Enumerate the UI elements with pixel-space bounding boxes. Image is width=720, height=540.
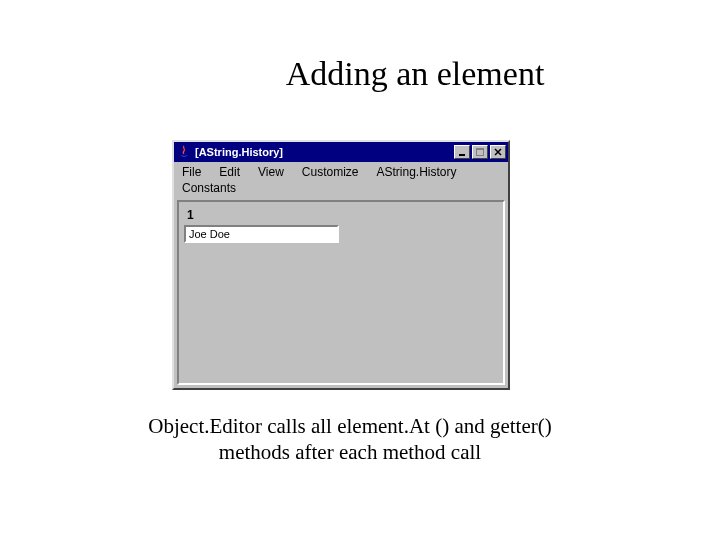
content-area: 1: [177, 200, 505, 385]
menu-bar: File Edit View Customize AString.History…: [174, 162, 508, 198]
svg-rect-2: [476, 148, 484, 150]
menu-astring-history[interactable]: AString.History: [368, 164, 466, 180]
app-window: [AString.History] File Edit View Customi…: [172, 140, 510, 390]
maximize-button[interactable]: [472, 145, 488, 159]
menu-edit[interactable]: Edit: [210, 164, 249, 180]
svg-rect-0: [459, 154, 465, 156]
minimize-button[interactable]: [454, 145, 470, 159]
window-title: [AString.History]: [195, 146, 454, 158]
close-button[interactable]: [490, 145, 506, 159]
element-index-label: 1: [183, 206, 499, 224]
slide-title: Adding an element: [110, 55, 720, 93]
title-bar: [AString.History]: [174, 142, 508, 162]
menu-view[interactable]: View: [249, 164, 293, 180]
slide-caption: Object.Editor calls all element.At () an…: [70, 414, 630, 465]
menu-file[interactable]: File: [178, 164, 210, 180]
caption-line-1: Object.Editor calls all element.At () an…: [148, 414, 552, 438]
menu-constants[interactable]: Constants: [178, 180, 504, 196]
menu-customize[interactable]: Customize: [293, 164, 368, 180]
caption-line-2: methods after each method call: [219, 440, 481, 464]
element-value-input[interactable]: [184, 225, 339, 243]
java-app-icon: [176, 144, 192, 160]
window-controls: [454, 145, 506, 159]
